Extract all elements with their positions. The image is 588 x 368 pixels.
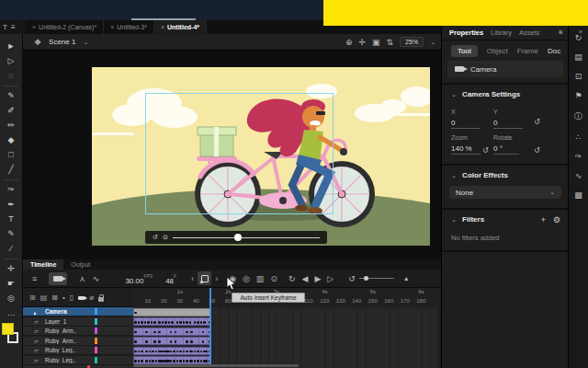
layer-name[interactable]: Ruby_Arm.. xyxy=(45,328,89,334)
layer-row[interactable]: ▱Layer_1 xyxy=(23,317,133,327)
frames-panel-icon[interactable]: ▤ xyxy=(574,52,582,62)
camera-bounds-outline[interactable] xyxy=(145,93,334,214)
asset-sculpt-panel-icon[interactable]: ✑ xyxy=(575,152,582,161)
scene-name[interactable]: Scene 1 xyxy=(49,38,75,46)
previous-keyframe-icon[interactable]: ‹ xyxy=(191,274,194,283)
properties-subtab-doc[interactable]: Doc xyxy=(548,47,560,55)
camera-toggle[interactable] xyxy=(49,272,67,285)
auto-insert-keyframe-button[interactable] xyxy=(198,271,211,285)
pasteboard[interactable]: ↺ ⊙ xyxy=(23,51,441,259)
document-tab[interactable]: ×Untitled-3* xyxy=(104,20,154,34)
layer-row[interactable]: ▱Ruby_Arm.. xyxy=(23,327,133,336)
layer-name[interactable]: Ruby_Arm.. xyxy=(45,338,89,344)
layer-color-swatch[interactable] xyxy=(95,328,97,334)
collapse-panels-icon[interactable]: » xyxy=(559,29,562,35)
hand-tool[interactable]: ☛ xyxy=(4,277,19,291)
frame-size-icon[interactable]: ▲ xyxy=(403,275,410,282)
rotation-tool-icon[interactable]: ✛ xyxy=(359,38,367,47)
layer-color-swatch[interactable] xyxy=(95,308,97,315)
scene-chevron-icon[interactable]: ⌄ xyxy=(83,39,88,46)
align-panel-icon[interactable]: ⚑ xyxy=(574,91,582,100)
pencil-tool[interactable]: ✏ xyxy=(4,119,19,132)
edit-multiple-frames-icon[interactable]: ▥ xyxy=(256,274,265,283)
add-layer-icon[interactable]: ⊞ xyxy=(29,293,36,302)
panel-tab-assets[interactable]: Assets xyxy=(519,29,540,37)
zoom-tool[interactable]: ◎ xyxy=(4,292,19,305)
fluid-brush-tool[interactable]: ✎ xyxy=(4,89,19,103)
lasso-tool[interactable]: ◌ xyxy=(4,69,19,83)
rotate-field[interactable]: 0 ° xyxy=(493,144,519,155)
graph-editor-panel-icon[interactable]: ∿ xyxy=(575,171,582,180)
scene-clapper-icon[interactable]: ❖ xyxy=(34,38,41,47)
clip-content-icon[interactable]: ▣ xyxy=(372,38,380,47)
y-field[interactable]: 0 xyxy=(493,119,523,129)
parenting-view-icon[interactable]: ⋏ xyxy=(79,274,85,283)
eyedropper-tool[interactable]: ⁄ xyxy=(4,242,19,256)
horizontal-scrollbar[interactable] xyxy=(133,364,299,367)
show-all-icon[interactable]: • xyxy=(62,293,65,302)
camera-zoom-slider[interactable] xyxy=(173,237,320,238)
camera-pin-icon[interactable]: ⊙ xyxy=(163,234,168,241)
fill-color-swatch[interactable] xyxy=(2,323,14,335)
layer-row[interactable]: ▱Ruby_Leg.. xyxy=(23,346,133,355)
color-swatches[interactable] xyxy=(2,323,20,345)
paint-bucket-tool[interactable]: ✒ xyxy=(4,198,19,212)
layer-color-swatch[interactable] xyxy=(95,357,97,363)
x-field[interactable]: 0 xyxy=(451,119,481,129)
layer-name[interactable]: Ruby_Leg.. xyxy=(45,357,89,363)
close-tab-icon[interactable]: × xyxy=(32,24,36,30)
frame-span[interactable] xyxy=(133,308,210,316)
frame-span[interactable] xyxy=(133,337,210,345)
timeline-tab-timeline[interactable]: Timeline xyxy=(23,259,63,270)
reset-position-icon[interactable]: ↺ xyxy=(534,118,540,126)
close-tab-icon[interactable]: × xyxy=(161,24,164,30)
properties-subtab-tool[interactable]: Tool xyxy=(451,45,478,57)
layer-color-swatch[interactable] xyxy=(95,338,97,344)
layer-row[interactable]: ▱Ruby_Arm.. xyxy=(23,337,133,346)
fps-value[interactable]: 30.00 xyxy=(125,277,143,285)
info-panel-icon[interactable]: ⓘ xyxy=(574,110,582,122)
current-frame-value[interactable]: 48 xyxy=(165,277,174,285)
document-tab[interactable]: ×Untitled-2 (Canvas)* xyxy=(26,20,104,34)
center-stage-icon[interactable]: ⊕ xyxy=(345,38,353,47)
adjust-layers-icon[interactable]: ≡ xyxy=(32,274,37,283)
graph-view-icon[interactable]: ∿ xyxy=(93,274,100,283)
document-tab[interactable]: ×Untitled-4* xyxy=(154,20,207,34)
loop-icon[interactable]: ↻ xyxy=(288,274,296,283)
lock-icon[interactable] xyxy=(98,297,104,302)
color-effects-header[interactable]: ⌄ Color Effects xyxy=(451,171,508,179)
layer-name[interactable]: Camera xyxy=(45,308,89,315)
step-forward-icon[interactable]: ▷ xyxy=(327,274,334,283)
collapse-strip-icon[interactable]: » xyxy=(579,29,582,35)
zoom-stepper-icon[interactable]: ⇅ xyxy=(387,38,394,47)
subselection-tool[interactable]: ▷ xyxy=(4,54,19,68)
center-playhead-icon[interactable]: ⊙ xyxy=(270,274,277,283)
filter-options-gear-icon[interactable]: ⚙ xyxy=(553,215,560,224)
add-filter-icon[interactable]: + xyxy=(541,215,546,224)
onion-outline-icon[interactable]: ◎ xyxy=(243,274,250,283)
pen-tool[interactable]: ✎ xyxy=(4,227,19,241)
timeline-zoom-slider[interactable] xyxy=(359,278,394,279)
frame-span[interactable] xyxy=(133,347,210,355)
bone-tool[interactable]: ✛ xyxy=(4,262,19,276)
asset-warp-tool[interactable]: ✑ xyxy=(4,183,19,197)
layer-color-swatch[interactable] xyxy=(95,318,97,325)
step-back-icon[interactable]: ◀ xyxy=(301,274,308,283)
stage-zoom-chevron-icon[interactable]: ⌄ xyxy=(430,39,435,46)
frame-span[interactable] xyxy=(133,328,210,336)
more-tools[interactable]: … xyxy=(4,306,19,320)
reset-timeline-zoom-icon[interactable]: ↺ xyxy=(348,274,356,283)
properties-subtab-object[interactable]: Object xyxy=(487,47,508,55)
layer-name[interactable]: Layer_1 xyxy=(45,318,89,325)
transform-panel-icon[interactable]: ⊡ xyxy=(575,72,582,81)
filters-header[interactable]: ⌄ Filters xyxy=(451,215,484,224)
frame-span[interactable] xyxy=(133,356,210,364)
menu-icon[interactable]: ≡ xyxy=(11,23,16,31)
layer-row[interactable]: ▱Ruby_Leg.. xyxy=(23,356,133,365)
delete-layer-icon[interactable]: ⊠ xyxy=(51,293,58,302)
zoom-field[interactable]: 140 % xyxy=(451,144,481,155)
timeline-tab-output[interactable]: Output xyxy=(63,259,97,270)
layer-row[interactable]: Camera xyxy=(23,307,133,316)
reset-camera-icon[interactable]: ↺ xyxy=(153,234,158,241)
play-icon[interactable]: ▶ xyxy=(314,274,321,283)
